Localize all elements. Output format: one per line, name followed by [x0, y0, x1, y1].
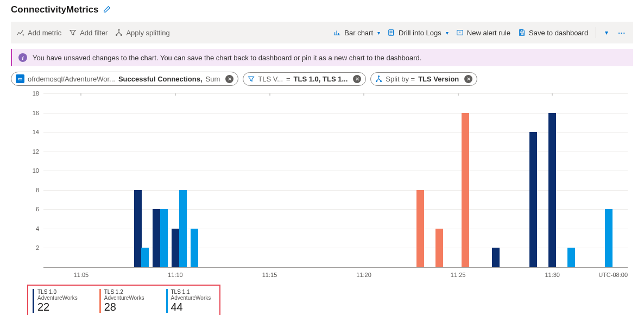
filter-icon — [248, 75, 255, 83]
legend-series-sub: AdventureWorks — [104, 295, 144, 301]
bar-TLS10[interactable] — [172, 229, 179, 267]
x-tick: 11:15 — [262, 272, 277, 278]
legend-item[interactable]: TLS 1.2AdventureWorks28 — [99, 289, 144, 313]
chevron-down-icon: ▾ — [446, 30, 449, 36]
legend-item[interactable]: TLS 1.0AdventureWorks22 — [33, 289, 78, 313]
legend-highlight-box: TLS 1.0AdventureWorks22TLS 1.2AdventureW… — [27, 285, 220, 315]
legend-series-value: 22 — [37, 301, 78, 313]
bar-TLS11[interactable] — [141, 248, 149, 267]
metric-pill[interactable]: ▭ ofrdemosql/AdventureWor... Successful … — [11, 72, 238, 86]
chevron-down-icon: ▾ — [377, 30, 380, 36]
metrics-chart: 24681012141618 UTC-08:00 11:0511:1011:15… — [27, 93, 628, 284]
filter-pill[interactable]: TLS V... = TLS 1.0, TLS 1... ✕ — [243, 72, 366, 86]
edit-title-icon[interactable] — [103, 5, 111, 15]
y-tick: 14 — [27, 129, 39, 135]
legend-item[interactable]: TLS 1.1AdventureWorks44 — [166, 289, 211, 313]
x-tick: 11:10 — [168, 272, 183, 278]
legend-swatch — [33, 289, 34, 313]
bar-TLS11[interactable] — [191, 229, 198, 267]
y-tick: 18 — [27, 90, 39, 97]
x-tick: 11:25 — [451, 272, 466, 278]
bar-chart-icon — [333, 29, 341, 36]
split-icon — [115, 29, 123, 36]
y-tick: 10 — [27, 167, 39, 174]
bar-TLS11[interactable] — [179, 190, 187, 267]
apply-splitting-button[interactable]: Apply splitting — [115, 29, 169, 37]
unsaved-changes-banner: i You have unsaved changes to the chart.… — [11, 49, 633, 66]
bar-TLS10[interactable] — [134, 190, 142, 267]
y-tick: 6 — [27, 206, 39, 212]
more-menu-button[interactable]: ··· — [616, 29, 628, 37]
split-icon — [375, 75, 382, 83]
bar-TLS11[interactable] — [567, 248, 575, 267]
legend-swatch — [99, 289, 101, 313]
legend-series-name: TLS 1.2 — [104, 289, 144, 295]
add-filter-button[interactable]: Add filter — [69, 29, 108, 37]
page-title: ConnectivityMetrics — [11, 4, 99, 15]
y-tick: 2 — [27, 244, 39, 251]
x-tick: 11:20 — [356, 272, 371, 278]
save-to-dashboard-button[interactable]: Save to dashboard — [518, 29, 588, 37]
y-tick: 8 — [27, 187, 39, 193]
bar-TLS10[interactable] — [548, 113, 556, 267]
add-metric-button[interactable]: Add metric — [16, 29, 61, 37]
save-dropdown-chevron[interactable]: ▾ — [605, 29, 608, 36]
metric-pills-row: ▭ ofrdemosql/AdventureWor... Successful … — [11, 72, 633, 86]
chart-type-dropdown[interactable]: Bar chart ▾ — [333, 29, 380, 37]
logs-icon — [388, 29, 395, 36]
info-icon: i — [18, 53, 27, 62]
separator — [596, 27, 596, 38]
legend-series-value: 28 — [104, 301, 144, 313]
svg-rect-6 — [520, 30, 522, 32]
drill-into-logs-button[interactable]: Drill into Logs ▾ — [388, 29, 449, 37]
alert-icon — [456, 29, 464, 36]
save-icon — [518, 29, 526, 36]
bar-TLS10[interactable] — [153, 209, 160, 267]
bar-TLS12[interactable] — [435, 229, 443, 267]
bar-TLS11[interactable] — [605, 209, 613, 267]
y-tick: 12 — [27, 148, 39, 155]
legend-series-sub: AdventureWorks — [37, 295, 78, 301]
legend-swatch — [166, 289, 168, 313]
bar-TLS10[interactable] — [492, 248, 500, 267]
y-tick: 16 — [27, 110, 39, 116]
legend-series-name: TLS 1.0 — [37, 289, 78, 295]
remove-split-icon[interactable]: ✕ — [464, 75, 472, 83]
bar-TLS12[interactable] — [416, 190, 424, 267]
new-alert-rule-button[interactable]: New alert rule — [456, 29, 510, 37]
legend-series-value: 44 — [171, 301, 211, 313]
timezone-label: UTC-08:00 — [598, 272, 628, 278]
chart-toolbar: Add metric Add filter Apply splitting Ba… — [11, 22, 633, 43]
legend-series-sub: AdventureWorks — [171, 295, 211, 301]
bar-TLS10[interactable] — [529, 132, 537, 267]
bar-TLS11[interactable] — [160, 209, 168, 267]
y-tick: 4 — [27, 225, 39, 232]
remove-filter-icon[interactable]: ✕ — [353, 75, 361, 83]
filter-icon — [69, 29, 77, 36]
banner-text: You have unsaved changes to the chart. Y… — [33, 54, 421, 62]
bar-TLS12[interactable] — [462, 113, 469, 267]
add-metric-icon — [16, 29, 24, 37]
x-tick: 11:05 — [74, 272, 89, 278]
svg-rect-5 — [520, 33, 523, 35]
sql-resource-icon: ▭ — [16, 74, 24, 83]
x-tick: 11:30 — [545, 272, 560, 278]
split-pill[interactable]: Split by = TLS Version ✕ — [370, 72, 477, 86]
remove-metric-icon[interactable]: ✕ — [225, 75, 233, 83]
legend-series-name: TLS 1.1 — [171, 289, 211, 295]
